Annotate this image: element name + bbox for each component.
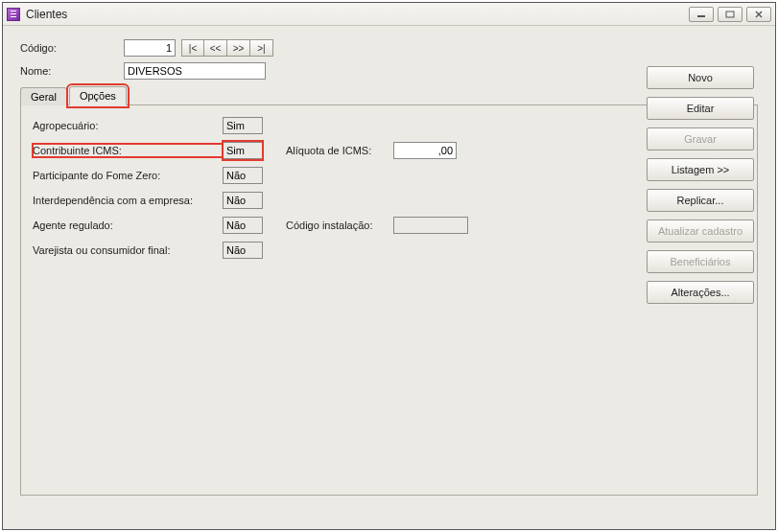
svg-rect-1 (726, 12, 734, 17)
app-icon (7, 8, 20, 21)
codigo-label: Código: (20, 42, 124, 54)
minimize-button[interactable] (689, 7, 714, 22)
svg-rect-0 (697, 15, 705, 17)
agropecuario-label: Agropecuário: (33, 120, 223, 131)
close-button[interactable] (746, 7, 771, 22)
replicar-button[interactable]: Replicar... (647, 189, 754, 212)
nav-prev-button[interactable]: << (204, 39, 227, 57)
window-clientes: Clientes Código: |< << >> >| (2, 2, 776, 530)
tab-opcoes[interactable]: Opções (69, 86, 127, 105)
agente-reg-label: Agente regulado: (33, 220, 223, 231)
tabstrip: Geral Opções (20, 85, 758, 104)
nome-label: Nome: (20, 65, 124, 77)
beneficiarios-button: Beneficiários (647, 250, 754, 273)
nome-input[interactable] (124, 62, 266, 80)
fome-zero-label: Participante do Fome Zero: (33, 170, 223, 181)
interdep-value[interactable] (223, 192, 263, 209)
contribuinte-icms-label: Contribuinte ICMS: (33, 145, 223, 156)
gravar-button: Gravar (647, 127, 754, 150)
tab-geral[interactable]: Geral (20, 87, 67, 105)
client-area: Código: |< << >> >| Nome: Geral Opções (11, 30, 767, 521)
window-title: Clientes (26, 8, 67, 21)
varejista-value[interactable] (223, 242, 263, 259)
fome-zero-value[interactable] (223, 167, 263, 184)
cod-inst-label: Código instalação: (286, 220, 393, 231)
maximize-button[interactable] (718, 7, 743, 22)
highlight-box-label (32, 143, 224, 158)
record-nav: |< << >> >| (181, 39, 273, 57)
atualizar-cadastro-button: Atualizar cadastro (647, 220, 754, 243)
agente-reg-value[interactable] (223, 217, 263, 234)
agropecuario-value[interactable] (223, 117, 263, 134)
listagem-button[interactable]: Listagem >> (647, 158, 754, 181)
nav-last-button[interactable]: >| (250, 39, 273, 57)
cod-inst-input[interactable] (393, 217, 468, 234)
aliq-icms-input[interactable] (393, 142, 457, 159)
contribuinte-icms-value[interactable] (223, 142, 263, 159)
alteracoes-button[interactable]: Alterações... (647, 281, 754, 304)
interdep-label: Interdependência com a empresa: (33, 195, 223, 206)
titlebar: Clientes (3, 3, 775, 26)
window-controls (689, 7, 771, 22)
aliq-icms-label: Alíquota de ICMS: (286, 145, 393, 156)
titlebar-left: Clientes (7, 8, 67, 21)
varejista-label: Varejista ou consumidor final: (33, 244, 223, 256)
codigo-input[interactable] (124, 39, 176, 57)
nav-next-button[interactable]: >> (227, 39, 250, 57)
nav-first-button[interactable]: |< (181, 39, 204, 57)
